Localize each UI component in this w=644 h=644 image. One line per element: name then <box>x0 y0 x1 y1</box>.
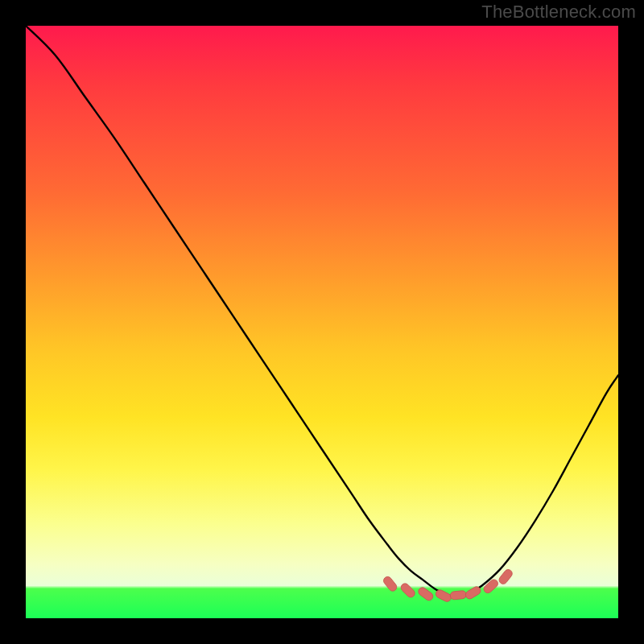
trough-marker <box>450 590 467 600</box>
curve-layer <box>26 26 618 618</box>
bottleneck-curve <box>26 26 618 597</box>
trough-marker <box>399 582 416 599</box>
trough-marker <box>417 586 435 602</box>
trough-marker <box>435 588 452 603</box>
trough-marker <box>482 578 500 595</box>
chart-stage: TheBottleneck.com <box>0 0 644 644</box>
trough-markers <box>382 568 514 603</box>
trough-marker <box>464 585 482 601</box>
attribution-text: TheBottleneck.com <box>481 2 636 23</box>
trough-marker <box>382 575 398 592</box>
plot-area <box>26 26 618 618</box>
